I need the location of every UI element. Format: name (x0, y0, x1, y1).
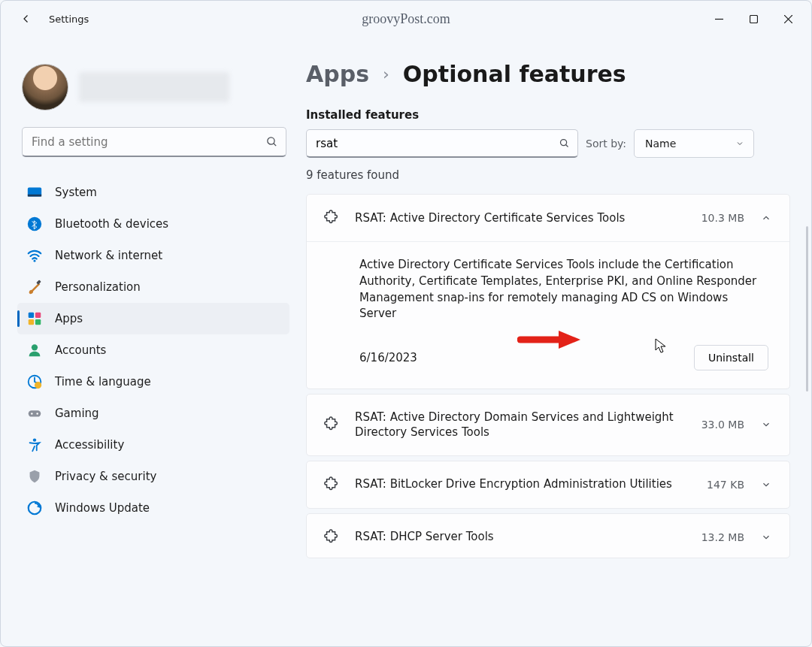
svg-point-23 (561, 140, 567, 146)
feature-size: 33.0 MB (701, 419, 744, 431)
sidebar: System Bluetooth & devices Network & int… (1, 37, 301, 646)
breadcrumb: Apps › Optional features (306, 61, 793, 87)
feature-size: 13.2 MB (701, 531, 744, 543)
svg-rect-14 (35, 319, 41, 325)
uninstall-button[interactable]: Uninstall (694, 345, 768, 370)
sidebar-item-apps[interactable]: Apps (17, 303, 289, 334)
accessibility-icon (26, 437, 43, 453)
feature-search-container[interactable] (306, 129, 578, 158)
search-icon (265, 135, 278, 148)
puzzle-icon (323, 416, 340, 433)
feature-title: RSAT: BitLocker Drive Encryption Adminis… (355, 476, 692, 491)
sidebar-item-system[interactable]: System (17, 177, 289, 208)
sidebar-item-accessibility[interactable]: Accessibility (17, 429, 289, 461)
avatar (22, 64, 68, 110)
svg-line-5 (274, 144, 276, 146)
gamepad-icon (26, 405, 43, 422)
chevron-up-icon (761, 213, 771, 223)
close-button[interactable] (771, 7, 805, 31)
update-icon (26, 500, 43, 516)
svg-point-15 (32, 344, 38, 350)
feature-card-header[interactable]: RSAT: BitLocker Drive Encryption Adminis… (307, 461, 789, 508)
profile-name-redacted (79, 72, 229, 102)
sidebar-item-label: System (55, 186, 97, 199)
svg-point-20 (36, 413, 38, 414)
svg-rect-7 (28, 195, 41, 197)
wifi-icon (26, 247, 43, 264)
sidebar-item-label: Accounts (55, 343, 106, 357)
sidebar-item-bluetooth[interactable]: Bluetooth & devices (17, 208, 289, 240)
sidebar-item-time-language[interactable]: Time & language (17, 366, 289, 398)
feature-search-input[interactable] (316, 137, 559, 150)
sort-dropdown[interactable]: Name (634, 129, 754, 158)
result-count: 9 features found (306, 168, 793, 182)
feature-card: RSAT: DHCP Server Tools 13.2 MB (306, 513, 790, 558)
puzzle-icon (323, 476, 340, 493)
feature-title: RSAT: Active Directory Domain Services a… (355, 410, 686, 440)
feature-card-header[interactable]: RSAT: DHCP Server Tools 13.2 MB (307, 514, 789, 558)
breadcrumb-parent[interactable]: Apps (306, 61, 369, 87)
svg-rect-18 (29, 410, 41, 416)
page-title: Optional features (403, 61, 626, 87)
svg-rect-12 (35, 313, 41, 318)
feature-list: RSAT: Active Directory Certificate Servi… (306, 194, 793, 646)
feature-card-header[interactable]: RSAT: Active Directory Certificate Servi… (307, 195, 789, 241)
feature-title: RSAT: DHCP Server Tools (355, 529, 686, 544)
sort-label: Sort by: (586, 138, 626, 150)
sidebar-item-accounts[interactable]: Accounts (17, 334, 289, 366)
svg-point-9 (34, 260, 36, 262)
feature-card-body: Active Directory Certificate Services To… (307, 241, 789, 389)
sort-value: Name (645, 138, 676, 150)
feature-card: RSAT: BitLocker Drive Encryption Adminis… (306, 461, 790, 509)
person-icon (26, 342, 43, 358)
sidebar-nav: System Bluetooth & devices Network & int… (17, 177, 291, 646)
sidebar-item-gaming[interactable]: Gaming (17, 398, 289, 429)
svg-rect-13 (29, 319, 34, 325)
scrollbar[interactable] (806, 226, 808, 392)
watermark: groovyPost.com (362, 11, 450, 27)
bluetooth-icon (26, 216, 43, 232)
sidebar-item-label: Accessibility (55, 438, 124, 452)
search-icon (559, 138, 570, 149)
feature-install-date: 6/16/2023 (359, 351, 417, 364)
chevron-down-icon (735, 139, 744, 148)
chevron-down-icon (761, 479, 771, 490)
display-icon (26, 184, 43, 201)
back-button[interactable] (13, 5, 40, 32)
minimize-button[interactable] (701, 7, 736, 31)
sidebar-item-label: Privacy & security (55, 470, 156, 483)
arrow-left-icon (20, 12, 33, 26)
feature-size: 147 KB (707, 479, 744, 491)
sidebar-item-windows-update[interactable]: Windows Update (17, 492, 289, 524)
maximize-button[interactable] (736, 7, 771, 31)
find-setting-input[interactable] (32, 135, 265, 149)
feature-card: RSAT: Active Directory Domain Services a… (306, 394, 790, 456)
svg-rect-10 (36, 280, 41, 284)
user-profile[interactable] (17, 43, 291, 127)
feature-size: 10.3 MB (701, 212, 744, 224)
svg-rect-1 (750, 15, 757, 23)
sidebar-item-label: Time & language (55, 375, 151, 389)
svg-point-19 (31, 413, 32, 414)
sidebar-item-label: Network & internet (55, 249, 162, 262)
svg-point-17 (35, 382, 41, 389)
sidebar-item-label: Bluetooth & devices (55, 217, 168, 231)
puzzle-icon (323, 529, 340, 546)
sidebar-item-personalization[interactable]: Personalization (17, 271, 289, 303)
feature-card-header[interactable]: RSAT: Active Directory Domain Services a… (307, 395, 789, 455)
content-pane: Apps › Optional features Installed featu… (301, 37, 811, 646)
window-title: Settings (49, 14, 89, 25)
chevron-right-icon: › (383, 65, 389, 83)
section-heading: Installed features (306, 108, 793, 122)
shield-icon (26, 468, 43, 485)
sidebar-item-privacy[interactable]: Privacy & security (17, 461, 289, 492)
find-setting-container[interactable] (22, 127, 286, 157)
svg-rect-11 (29, 313, 34, 318)
feature-description: Active Directory Certificate Services To… (359, 257, 768, 322)
paintbrush-icon (26, 279, 43, 295)
feature-card: RSAT: Active Directory Certificate Servi… (306, 194, 790, 389)
svg-point-21 (33, 438, 36, 441)
chevron-down-icon (761, 419, 771, 430)
clock-globe-icon (26, 373, 43, 390)
sidebar-item-network[interactable]: Network & internet (17, 240, 289, 271)
